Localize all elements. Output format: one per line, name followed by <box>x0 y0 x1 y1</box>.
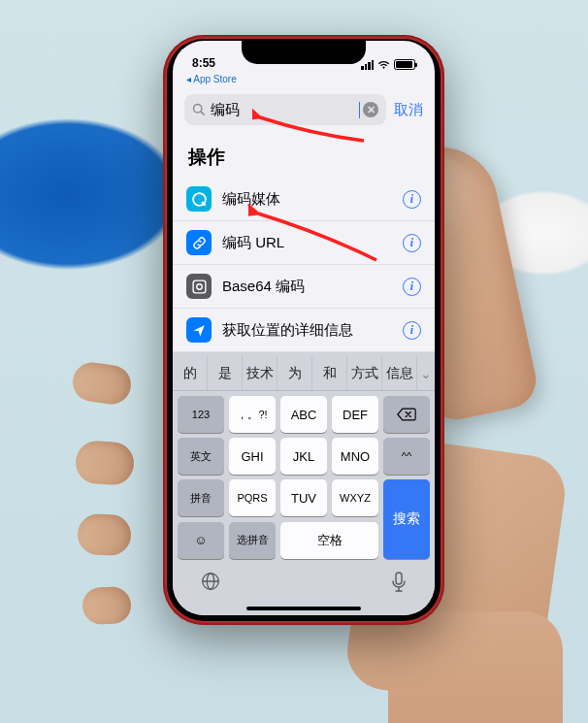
key-emoji[interactable]: ☺ <box>178 522 224 559</box>
item-label: 编码媒体 <box>222 190 392 209</box>
item-label: 获取位置的详细信息 <box>222 321 392 340</box>
svg-rect-8 <box>396 573 402 584</box>
key-face[interactable]: ^^ <box>383 438 430 475</box>
candidate[interactable]: 是 <box>208 356 243 390</box>
key-pinyin[interactable]: 拼音 <box>178 479 224 516</box>
search-input[interactable]: 编码 ✕ <box>184 94 386 125</box>
key-space[interactable]: 空格 <box>280 522 378 559</box>
svg-line-1 <box>201 112 204 115</box>
results-list: 编码媒体 i 编码 URL i Base64 编码 i 获取位置的详细信息 i <box>173 178 435 352</box>
search-query: 编码 <box>211 101 358 119</box>
mic-icon[interactable] <box>390 571 408 594</box>
signal-icon <box>361 60 374 70</box>
list-item[interactable]: 编码 URL i <box>173 221 435 265</box>
key-abc[interactable]: ABC <box>280 396 327 433</box>
item-label: Base64 编码 <box>222 278 392 296</box>
quicktime-icon <box>186 186 212 212</box>
candidate[interactable]: 和 <box>312 356 347 390</box>
key-pqrs[interactable]: PQRS <box>229 479 276 516</box>
candidate[interactable]: 信息 <box>382 356 417 390</box>
candidate-bar[interactable]: 的 是 技术 为 和 方式 信息 ⌄ <box>173 356 435 391</box>
battery-icon <box>394 59 415 70</box>
key-delete[interactable] <box>383 396 430 433</box>
key-english[interactable]: 英文 <box>178 438 224 475</box>
location-icon <box>186 317 212 343</box>
info-icon[interactable]: i <box>403 190 421 209</box>
list-item[interactable]: Base64 编码 i <box>173 265 435 309</box>
key-def[interactable]: DEF <box>332 396 378 433</box>
candidate[interactable]: 方式 <box>347 356 382 390</box>
key-tuv[interactable]: TUV <box>280 479 327 516</box>
key-jkl[interactable]: JKL <box>280 438 327 475</box>
back-to-app[interactable]: ◂ App Store <box>173 74 435 88</box>
base64-icon <box>186 274 212 299</box>
svg-rect-3 <box>193 280 206 293</box>
link-icon <box>186 230 212 255</box>
candidate-expand[interactable]: ⌄ <box>417 356 435 390</box>
info-icon[interactable]: i <box>403 278 421 296</box>
wifi-icon <box>377 60 390 70</box>
key-punct[interactable]: ，。?! <box>229 396 276 433</box>
key-search[interactable]: 搜索 <box>383 479 430 559</box>
list-item[interactable]: 编码媒体 i <box>173 178 435 221</box>
list-item[interactable]: 获取位置的详细信息 i <box>173 309 435 352</box>
svg-point-4 <box>196 283 201 288</box>
candidate[interactable]: 为 <box>278 356 312 390</box>
key-ghi[interactable]: GHI <box>229 438 276 475</box>
search-icon <box>192 103 206 116</box>
status-time: 8:55 <box>192 56 215 70</box>
key-123[interactable]: 123 <box>178 396 224 433</box>
status-icons <box>361 59 415 70</box>
cancel-button[interactable]: 取消 <box>394 101 423 119</box>
candidate[interactable]: 的 <box>173 356 208 390</box>
phone-device: 8:55 ◂ App Store 编码 ✕ 取消 操作 编码媒体 i 编码 UR… <box>163 35 444 625</box>
candidate[interactable]: 技术 <box>243 356 278 390</box>
notch <box>242 39 366 64</box>
item-label: 编码 URL <box>222 234 392 252</box>
globe-icon[interactable] <box>200 571 221 592</box>
home-indicator[interactable] <box>246 607 361 610</box>
key-mno[interactable]: MNO <box>332 438 378 475</box>
key-select-pinyin[interactable]: 选拼音 <box>229 522 276 559</box>
section-title: 操作 <box>173 135 435 178</box>
info-icon[interactable]: i <box>403 321 421 340</box>
keyboard: 的 是 技术 为 和 方式 信息 ⌄ 123 ，。?! ABC DEF 英文 G… <box>173 352 435 615</box>
info-icon[interactable]: i <box>403 234 421 252</box>
key-wxyz[interactable]: WXYZ <box>332 479 378 516</box>
clear-icon[interactable]: ✕ <box>363 102 378 117</box>
